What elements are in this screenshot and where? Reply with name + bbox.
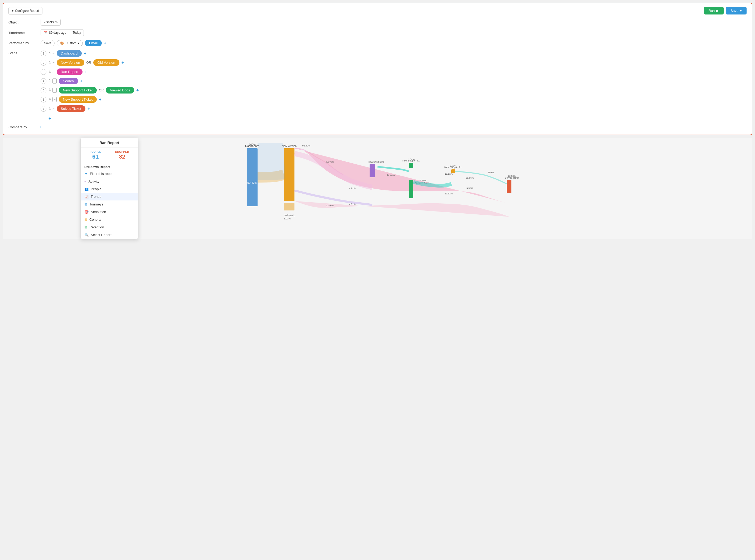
add-step-4-button[interactable]: + <box>80 79 82 83</box>
performed-by-label: Performed by <box>8 41 37 45</box>
custom-tag[interactable]: 🎨 Custom ▾ <box>57 40 82 46</box>
step-icons-6: ↻ ⌐ <box>49 97 57 102</box>
step-dashboard-tag[interactable]: Dashboard <box>57 50 82 57</box>
step-number-4: 4 <box>41 78 46 84</box>
drilldown-journeys[interactable]: ⊞ Journeys <box>81 200 138 208</box>
svg-rect-5 <box>284 148 294 201</box>
people-value: 61 <box>90 153 101 160</box>
configure-report-button[interactable]: ▾ Configure Report <box>8 7 42 15</box>
refresh-icon[interactable]: ↻ <box>49 79 52 83</box>
step-viewed-docs-tag[interactable]: Viewed Docs <box>106 87 134 94</box>
save-button[interactable]: Save ▾ <box>726 7 747 15</box>
activity-icon: ≡ <box>84 179 86 183</box>
svg-text:13.63%: 13.63% <box>508 175 516 177</box>
drilldown-attribution[interactable]: 🎯 Attribution <box>81 208 138 216</box>
add-step-1-button[interactable]: + <box>84 51 86 56</box>
people-menu-label: People <box>91 187 101 191</box>
tooltip-title: Ran Report <box>81 138 138 148</box>
step-number-7: 7 <box>41 106 46 112</box>
step-search-tag[interactable]: Search <box>59 78 78 84</box>
branch-icon[interactable]: ⌐ <box>53 52 55 55</box>
tooltip-stats: PEOPLE 61 DROPPED 32 <box>81 148 138 163</box>
timeframe-start: 89 days ago <box>49 31 66 35</box>
step-solved-ticket-tag[interactable]: Solved Ticket <box>57 105 85 112</box>
branch-icon[interactable]: ⌐ <box>53 107 55 111</box>
svg-text:5.55%: 5.55% <box>466 187 473 189</box>
add-step-5-button[interactable]: + <box>136 88 139 93</box>
retention-icon: ⊞ <box>84 225 87 229</box>
branch-icon[interactable]: ⌐ <box>53 70 55 74</box>
cohorts-icon: ⊟ <box>84 218 87 221</box>
run-button[interactable]: Run ▶ <box>704 7 724 15</box>
refresh-icon[interactable]: ↻ <box>49 70 52 74</box>
svg-text:27.27%: 27.27% <box>418 179 427 182</box>
branch-icon[interactable]: ⌐ <box>53 79 57 83</box>
email-tag[interactable]: Email <box>85 40 102 46</box>
add-step-3-button[interactable]: + <box>84 69 87 74</box>
timeframe-end: Today <box>73 31 81 35</box>
object-select[interactable]: Visitors ⇅ <box>41 19 61 25</box>
steps-label: Steps <box>8 51 37 55</box>
step-new-version-tag[interactable]: New Version <box>57 59 84 66</box>
step-new-support-ticket-6-tag[interactable]: New Support Ticket <box>59 96 97 103</box>
chevron-down-icon: ▾ <box>12 9 14 13</box>
refresh-icon[interactable]: ↻ <box>49 107 52 111</box>
timeframe-selector[interactable]: 📅 89 days ago → Today <box>41 29 84 36</box>
add-compare-by-button[interactable]: + <box>40 125 42 129</box>
add-step-7-button[interactable]: + <box>88 106 90 111</box>
arrow-icon: → <box>68 31 71 35</box>
svg-rect-1 <box>247 148 257 206</box>
drilldown-cohorts[interactable]: ⊟ Cohorts <box>81 216 138 223</box>
cohorts-label: Cohorts <box>89 218 101 221</box>
trends-icon: 📈 <box>84 195 89 199</box>
tooltip-popup: Ran Report PEOPLE 61 DROPPED 32 Drilldow… <box>80 138 138 239</box>
branch-icon[interactable]: ⌐ <box>53 61 55 64</box>
save-tag[interactable]: Save <box>41 40 55 46</box>
step-new-support-ticket-5-tag[interactable]: New Support Ticket <box>59 87 97 94</box>
step-icons-2: ↻ ⌐ <box>49 61 55 64</box>
dropped-value: 32 <box>115 153 129 160</box>
refresh-icon[interactable]: ↻ <box>49 97 52 102</box>
svg-text:22.95%: 22.95% <box>326 204 334 207</box>
step-row-2: 2 ↻ ⌐ New Version OR Old Version + <box>41 59 139 66</box>
svg-rect-22 <box>409 180 413 198</box>
drilldown-select-report[interactable]: 🔍 Select Report <box>81 231 138 239</box>
step-ran-report-tag[interactable]: Ran Report <box>57 68 82 75</box>
svg-text:3.03%: 3.03% <box>450 165 457 167</box>
add-performed-by-button[interactable]: + <box>104 41 106 45</box>
drilldown-trends[interactable]: 📈 Trends <box>81 193 138 200</box>
people-icon: 👥 <box>84 187 89 191</box>
object-value: Visitors <box>43 20 54 24</box>
steps-content: 1 ↻ ⌐ Dashboard + 2 ↻ ⌐ New Version <box>41 50 139 121</box>
branch-icon[interactable]: ⌐ <box>53 97 57 102</box>
chevron-down-icon: ▾ <box>78 41 79 45</box>
timeframe-label: Timeframe <box>8 31 37 35</box>
add-step-6-button[interactable]: + <box>99 97 101 102</box>
save-label: Save <box>731 9 738 13</box>
refresh-icon[interactable]: ↻ <box>49 88 52 93</box>
svg-text:100%: 100% <box>249 143 256 146</box>
object-label: Object <box>8 20 37 24</box>
drilldown-retention[interactable]: ⊞ Retention <box>81 223 138 231</box>
step-old-version-tag[interactable]: Old Version <box>93 59 119 66</box>
palette-icon: 🎨 <box>60 41 64 45</box>
or-label-2: OR <box>86 61 91 64</box>
refresh-icon[interactable]: ↻ <box>49 61 52 64</box>
svg-text:100%: 100% <box>488 171 494 174</box>
play-icon: ▶ <box>716 9 719 13</box>
drilldown-filter[interactable]: ▼ Filter this report <box>81 170 138 178</box>
add-step-button[interactable]: + <box>49 116 51 121</box>
compare-by-row: Compare by + <box>8 125 747 129</box>
svg-text:11.11%: 11.11% <box>445 192 453 195</box>
add-step-2-button[interactable]: + <box>121 60 124 65</box>
step-number-6: 6 <box>41 97 46 102</box>
step-row-1: 1 ↻ ⌐ Dashboard + <box>41 50 139 57</box>
drilldown-people[interactable]: 👥 People <box>81 185 138 193</box>
select-report-label: Select Report <box>91 233 112 237</box>
step-row-6: 6 ↻ ⌐ New Support Ticket + <box>41 96 139 103</box>
drilldown-activity[interactable]: ≡ Activity <box>81 178 138 185</box>
branch-icon[interactable]: ⌐ <box>53 88 57 93</box>
step-number-5: 5 <box>41 87 46 93</box>
svg-text:66.66%: 66.66% <box>466 177 474 179</box>
refresh-icon[interactable]: ↻ <box>49 52 52 55</box>
